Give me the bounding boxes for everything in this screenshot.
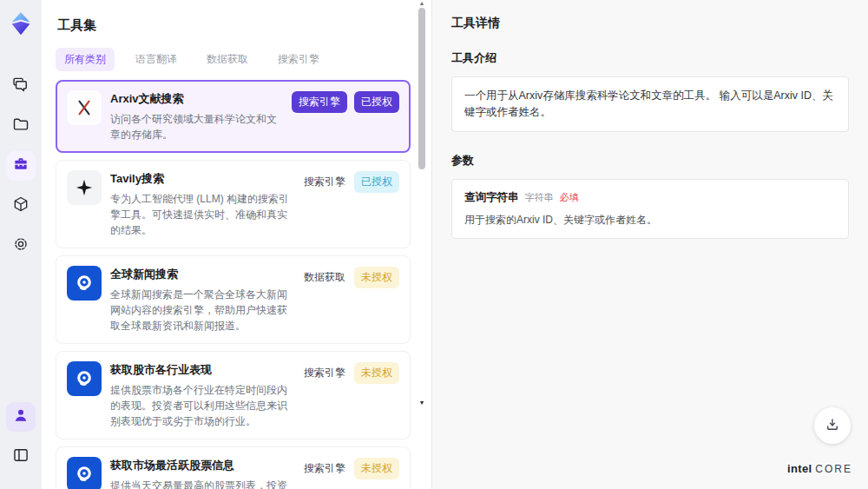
auth-status-badge: 已授权	[354, 171, 399, 193]
param-name: 查询字符串	[464, 190, 519, 205]
param-card: 查询字符串 字符串 必填 用于搜索的Arxiv ID、关键字或作者姓名。	[451, 179, 849, 239]
tool-name: 获取股市各行业表现	[110, 362, 293, 378]
toolbox-icon	[12, 155, 30, 176]
cube-icon	[12, 195, 30, 216]
tool-description: 提供当天交易量最高的股票列表，投资者可以利用这些信息来识别流动性强的股票和潜在的…	[110, 478, 293, 489]
scrollbar-thumb[interactable]	[418, 8, 425, 169]
param-description: 用于搜索的Arxiv ID、关键字或作者姓名。	[464, 213, 836, 228]
category-badge: 数据获取	[302, 267, 347, 288]
tool-description: 提供股票市场各个行业在特定时间段内的表现。投资者可以利用这些信息来识别表现优于或…	[110, 382, 293, 429]
tab-search-engine[interactable]: 搜索引擎	[269, 48, 328, 71]
sidebar-bottom	[6, 397, 36, 477]
params-heading: 参数	[451, 153, 849, 169]
tool-name: 获取市场最活跃股票信息	[110, 458, 293, 473]
tab-data-fetch[interactable]: 数据获取	[198, 48, 257, 71]
globalnews-icon	[67, 457, 102, 489]
arxiv-icon	[67, 90, 102, 125]
sidebar-nav	[6, 66, 36, 266]
tool-details-panel: 工具详情 工具介绍 一个用于从Arxiv存储库搜索科学论文和文章的工具。 输入可…	[432, 0, 868, 489]
tool-intro-text: 一个用于从Arxiv存储库搜索科学论文和文章的工具。 输入可以是Arxiv ID…	[451, 76, 849, 132]
sidebar	[0, 0, 42, 489]
auth-status-badge: 未授权	[354, 362, 399, 384]
tool-list-panel: 工具集 所有类别语言翻译数据获取搜索引擎 Arxiv文献搜索 访问各个研究领域大…	[42, 0, 432, 489]
category-badge: 搜索引擎	[302, 171, 347, 193]
tool-card[interactable]: 全球新闻搜索 全球新闻搜索是一个聚合全球各大新闻网站内容的搜索引擎，帮助用户快速…	[56, 255, 411, 344]
scroll-down-icon[interactable]: ▼	[418, 400, 426, 406]
scroll-up-icon[interactable]: ▲	[418, 0, 426, 7]
page-title: 工具集	[57, 17, 431, 34]
tool-card[interactable]: Arxiv文献搜索 访问各个研究领域大量科学论文和文章的存储库。 搜索引擎 已授…	[56, 80, 411, 153]
download-icon	[825, 417, 840, 435]
tool-card[interactable]: 获取市场最活跃股票信息 提供当天交易量最高的股票列表，投资者可以利用这些信息来识…	[56, 446, 411, 489]
tool-description: 全球新闻搜索是一个聚合全球各大新闻网站内容的搜索引擎，帮助用户快速获取全球最新资…	[110, 287, 293, 334]
folder-icon	[12, 116, 30, 136]
brand-intel: intel	[787, 462, 812, 475]
sparkle-icon	[67, 170, 102, 205]
param-required-badge: 必填	[560, 191, 579, 204]
sidebar-item-folder[interactable]	[6, 111, 36, 141]
intel-core-logo: intel CORE	[787, 462, 852, 475]
panel-toggle-icon	[12, 446, 30, 467]
tool-name: Arxiv文献搜索	[110, 91, 283, 107]
user-icon	[12, 406, 30, 427]
scrollbar: ▲ ▼	[418, 0, 426, 406]
param-head: 查询字符串 字符串 必填	[464, 190, 836, 205]
sidebar-item-cube[interactable]	[6, 191, 36, 221]
tool-name: 全球新闻搜索	[110, 267, 293, 282]
gem-logo-icon	[8, 10, 34, 36]
category-tabs: 所有类别语言翻译数据获取搜索引擎	[56, 48, 431, 71]
sidebar-item-user[interactable]	[6, 402, 36, 432]
tool-description: 专为人工智能代理 (LLM) 构建的搜索引擎工具。可快速提供实时、准确和真实的结…	[110, 191, 293, 238]
globalnews-icon	[67, 266, 102, 301]
sidebar-item-settings[interactable]	[6, 231, 36, 261]
details-title: 工具详情	[451, 16, 849, 31]
gear-icon	[12, 235, 30, 256]
app-root: 工具集 所有类别语言翻译数据获取搜索引擎 Arxiv文献搜索 访问各个研究领域大…	[0, 0, 868, 489]
intro-heading: 工具介绍	[451, 50, 849, 66]
tool-card[interactable]: Tavily搜索 专为人工智能代理 (LLM) 构建的搜索引擎工具。可快速提供实…	[56, 160, 411, 248]
sidebar-item-panel-toggle[interactable]	[6, 442, 36, 472]
tool-card[interactable]: 获取股市各行业表现 提供股票市场各个行业在特定时间段内的表现。投资者可以利用这些…	[56, 351, 411, 439]
globalnews-icon	[67, 361, 102, 396]
tool-list: Arxiv文献搜索 访问各个研究领域大量科学论文和文章的存储库。 搜索引擎 已授…	[56, 80, 431, 489]
tool-name: Tavily搜索	[110, 171, 293, 187]
tool-description: 访问各个研究领域大量科学论文和文章的存储库。	[110, 111, 283, 142]
sidebar-item-toolbox[interactable]	[6, 151, 36, 181]
tab-all-categories[interactable]: 所有类别	[56, 48, 115, 71]
category-badge: 搜索引擎	[292, 91, 347, 113]
param-type: 字符串	[525, 191, 554, 204]
auth-status-badge: 已授权	[354, 91, 399, 113]
category-badge: 搜索引擎	[302, 362, 347, 384]
auth-status-badge: 未授权	[354, 267, 399, 288]
category-badge: 搜索引擎	[302, 458, 347, 479]
sidebar-item-chat[interactable]	[6, 71, 36, 101]
tab-language-translation[interactable]: 语言翻译	[127, 48, 186, 71]
brand-core: CORE	[815, 463, 852, 475]
chat-icon	[12, 76, 30, 96]
auth-status-badge: 未授权	[354, 458, 399, 479]
download-button[interactable]	[814, 407, 851, 444]
